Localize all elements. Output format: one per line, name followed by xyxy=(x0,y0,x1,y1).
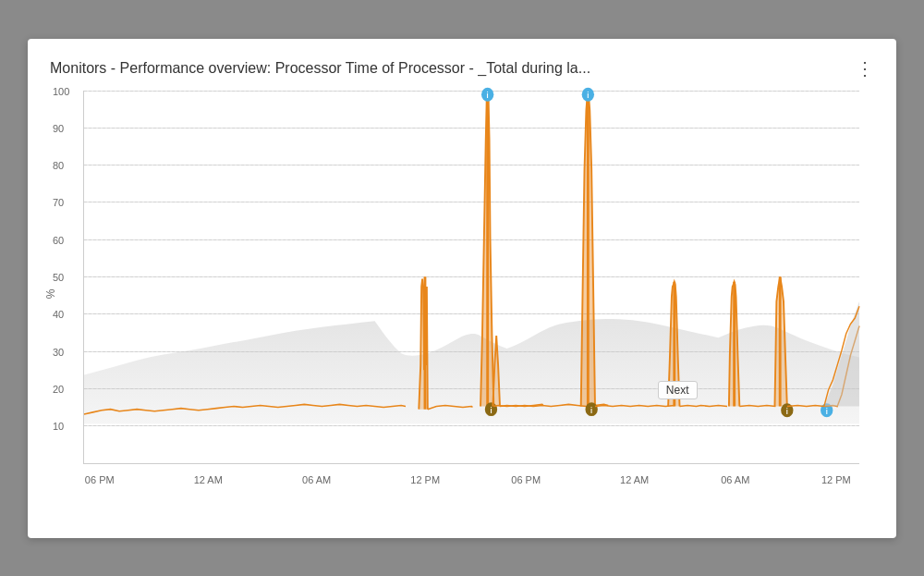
x-tick-6: 12 AM xyxy=(620,474,649,485)
chart-svg: i i i i xyxy=(84,91,859,463)
svg-text:i: i xyxy=(487,92,489,100)
svg-text:i: i xyxy=(826,407,828,415)
card-title: Monitors - Performance overview: Process… xyxy=(50,60,590,77)
svg-text:i: i xyxy=(587,92,589,100)
svg-text:i: i xyxy=(786,407,788,415)
x-tick-2: 12 AM xyxy=(194,474,223,485)
x-tick-7: 06 AM xyxy=(721,474,749,485)
card-header: Monitors - Performance overview: Process… xyxy=(50,57,874,80)
chart-area: % 100 90 80 70 60 50 40 30 20 10 06 PM 1… xyxy=(50,91,874,497)
x-tick-4: 12 PM xyxy=(410,474,440,485)
x-tick-8: 12 PM xyxy=(821,474,851,485)
svg-text:i: i xyxy=(590,406,592,414)
x-tick-3: 06 AM xyxy=(302,474,331,485)
menu-icon[interactable]: ⋮ xyxy=(856,57,874,80)
monitor-card: Monitors - Performance overview: Process… xyxy=(28,39,896,538)
x-tick-5: 06 PM xyxy=(511,474,541,485)
x-tick-1: 06 PM xyxy=(85,474,115,485)
chart-inner: 100 90 80 70 60 50 40 30 20 10 06 PM 12 … xyxy=(83,91,859,464)
y-axis-label: % xyxy=(44,288,57,299)
svg-text:i: i xyxy=(490,406,492,414)
